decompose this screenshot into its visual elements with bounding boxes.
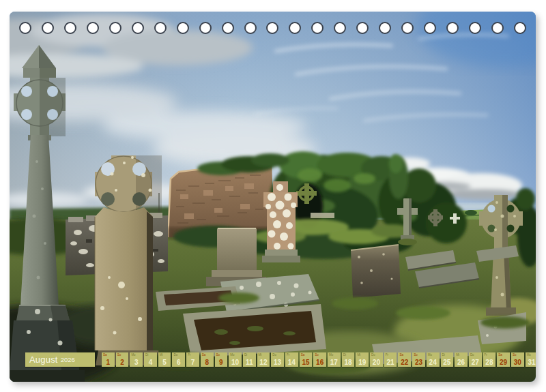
weekday-abbr: Mo (428, 353, 432, 357)
day-number: 15 (300, 359, 313, 366)
weekday-abbr: Di (244, 353, 247, 357)
weekday-abbr: Mo (527, 353, 531, 357)
day-number: 22 (398, 359, 411, 366)
day-number: 3 (130, 359, 143, 366)
day-number: 26 (455, 359, 468, 366)
weekday-abbr: Di (145, 353, 148, 357)
calendar-day-cell: Fr7 (186, 352, 199, 367)
weekday-abbr: Fr (287, 353, 289, 357)
day-number: 2 (116, 359, 129, 366)
weekday-abbr: Sa (202, 353, 206, 357)
graveyard-photo-scene (10, 12, 536, 382)
binding-hole (491, 22, 504, 34)
binding-hole (64, 22, 76, 34)
day-number: 11 (243, 359, 256, 366)
calendar-day-cell: Fr21 (384, 352, 397, 367)
weekday-abbr: Mi (357, 353, 360, 357)
weekday-abbr: So (513, 353, 517, 357)
weekday-abbr: Do (272, 353, 276, 357)
weekday-abbr: Fr (188, 353, 190, 357)
binding-hole (154, 22, 167, 34)
binding-hole (469, 22, 481, 34)
day-number: 4 (144, 359, 157, 366)
weekday-abbr: Mo (329, 353, 333, 357)
dark-headstone (351, 245, 401, 298)
binding-hole (132, 22, 144, 34)
day-number: 1 (102, 359, 115, 366)
binding-hole (199, 22, 212, 34)
calendar-day-cell: So23 (412, 352, 425, 367)
calendar-day-cell: Mo10 (229, 352, 242, 367)
calendar-day-cell: Sa1 (102, 352, 115, 367)
day-number: 14 (285, 359, 298, 366)
calendar-strip: August 2026 Sa1So2Mo3Di4Mi5Do6Fr7Sa8So9M… (25, 352, 536, 367)
calendar-day-cell: Mi12 (257, 352, 270, 367)
binding-hole (356, 22, 369, 34)
day-number: 31 (526, 359, 536, 366)
binding-hole (19, 22, 31, 34)
weekday-abbr: Di (343, 353, 346, 357)
day-number: 13 (271, 359, 284, 366)
day-number: 17 (328, 359, 341, 366)
weekday-abbr: So (117, 353, 121, 357)
binding-hole (514, 22, 526, 34)
binding-hole (446, 22, 459, 34)
day-number: 27 (469, 359, 482, 366)
binding-hole (424, 22, 436, 34)
calendar-month-label: August (29, 355, 58, 365)
weekday-abbr: Fr (386, 353, 388, 357)
weekday-abbr: Sa (399, 353, 403, 357)
calendar-year-label: 2026 (61, 356, 75, 363)
weekday-abbr: Sa (103, 353, 107, 357)
weekday-abbr: Fr (485, 353, 487, 357)
calendar-day-cell: Sa15 (300, 352, 313, 367)
calendar-day-cell: Mo31 (526, 352, 536, 367)
binding-hole (311, 22, 324, 34)
binding-hole (42, 22, 54, 34)
weekday-abbr: Mi (259, 353, 262, 357)
calendar-day-cell: Di11 (243, 352, 256, 367)
calendar-day-cell: Mi26 (455, 352, 468, 367)
binding-hole (109, 22, 121, 34)
day-number: 18 (342, 359, 355, 366)
binding-hole (222, 22, 234, 34)
day-number: 9 (215, 359, 228, 366)
day-number: 25 (441, 359, 454, 366)
day-number: 20 (370, 359, 383, 366)
weekday-abbr: Mo (230, 353, 234, 357)
calendar-month-box: August 2026 (25, 352, 95, 367)
calendar-day-cell: So9 (215, 352, 228, 367)
weekday-abbr: Sa (301, 353, 305, 357)
calendar-day-cell: So30 (511, 352, 524, 367)
calendar-day-cell: So2 (116, 352, 129, 367)
day-number: 21 (384, 359, 397, 366)
calendar-day-cell: Fr14 (285, 352, 298, 367)
weekday-abbr: Do (470, 353, 474, 357)
day-number: 23 (412, 359, 425, 366)
calendar-day-strip: Sa1So2Mo3Di4Mi5Do6Fr7Sa8So9Mo10Di11Mi12D… (102, 352, 536, 367)
calendar-day-cell: Sa22 (398, 352, 411, 367)
calendar-day-cell: So16 (313, 352, 326, 367)
day-number: 8 (201, 359, 214, 366)
weekday-abbr: Mo (131, 353, 135, 357)
day-number: 5 (158, 359, 171, 366)
calendar-day-cell: Mi5 (158, 352, 171, 367)
binding-hole (266, 22, 278, 34)
calendar-day-cell: Do20 (370, 352, 383, 367)
day-number: 29 (497, 359, 510, 366)
weekday-abbr: So (216, 353, 220, 357)
day-number: 7 (186, 359, 199, 366)
binding-hole (334, 22, 346, 34)
binding-hole (177, 22, 189, 34)
celtic-cross-second (95, 155, 162, 365)
weekday-abbr: So (315, 353, 319, 357)
calendar-day-cell: Mo17 (328, 352, 341, 367)
calendar-day-cell: Do27 (469, 352, 482, 367)
weekday-abbr: Di (442, 353, 445, 357)
binding-hole (379, 22, 391, 34)
weekday-abbr: Do (173, 353, 177, 357)
calendar-day-cell: Do13 (271, 352, 284, 367)
calendar-day-cell: Fr28 (483, 352, 496, 367)
calendar-page-photo: August 2026 Sa1So2Mo3Di4Mi5Do6Fr7Sa8So9M… (10, 12, 536, 382)
day-number: 6 (172, 359, 185, 366)
